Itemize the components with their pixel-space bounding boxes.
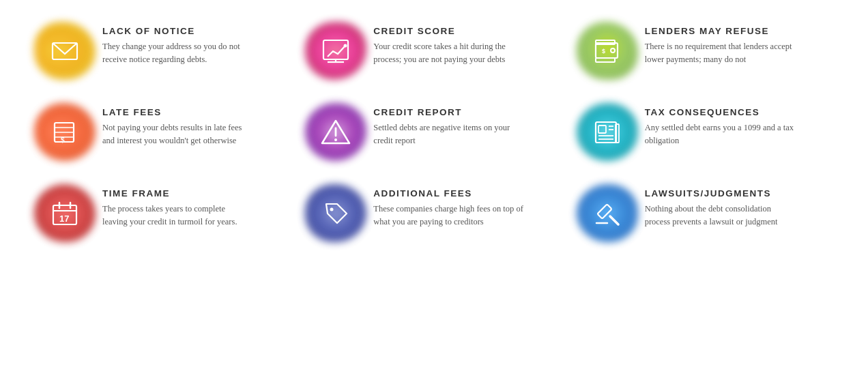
svg-line-32 xyxy=(610,216,618,224)
credit-score-icon xyxy=(321,36,351,66)
item-late-fees: $ LATE FEES Not paying your debts result… xyxy=(27,95,298,169)
tax-consequences-icon xyxy=(592,117,622,147)
item-lack-of-notice: LACK OF NOTICE They change your address … xyxy=(27,14,298,88)
item-lenders-may-refuse: $ LENDERS MAY REFUSE There is no require… xyxy=(570,14,841,88)
lack-of-notice-text: LACK OF NOTICE They change your address … xyxy=(102,22,252,67)
lack-of-notice-desc: They change your address so you do not r… xyxy=(102,40,252,67)
late-fees-title: LATE FEES xyxy=(102,107,252,117)
additional-fees-title: ADDITIONAL FEES xyxy=(373,188,523,199)
svg-rect-24 xyxy=(616,124,619,143)
tax-consequences-text: TAX CONSEQUENCES Any settled debt earns … xyxy=(645,103,795,148)
lawsuits-judgments-text: LAWSUITS/JUDGMENTS Nothing about the deb… xyxy=(645,184,795,229)
time-frame-text: TIME FRAME The process takes years to co… xyxy=(102,184,252,229)
lenders-may-refuse-title: LENDERS MAY REFUSE xyxy=(645,26,795,36)
time-frame-title: TIME FRAME xyxy=(102,188,252,199)
svg-rect-19 xyxy=(598,126,606,133)
lawsuits-judgments-icon xyxy=(592,199,622,229)
lenders-may-refuse-icon-wrap: $ xyxy=(577,22,638,80)
item-tax-consequences: TAX CONSEQUENCES Any settled debt earns … xyxy=(570,95,841,169)
credit-score-text: CREDIT SCORE Your credit score takes a h… xyxy=(373,22,523,67)
lenders-may-refuse-icon: $ xyxy=(592,36,622,66)
item-lawsuits-judgments: LAWSUITS/JUDGMENTS Nothing about the deb… xyxy=(570,176,841,250)
credit-score-desc: Your credit score takes a hit during the… xyxy=(373,40,523,67)
main-grid: LACK OF NOTICE They change your address … xyxy=(0,0,868,264)
tax-consequences-desc: Any settled debt earns you a 1099 and a … xyxy=(645,121,795,148)
lawsuits-judgments-desc: Nothing about the debt consolidation pro… xyxy=(645,203,795,229)
credit-score-icon-wrap xyxy=(305,22,366,80)
credit-score-title: CREDIT SCORE xyxy=(373,26,523,36)
lenders-may-refuse-desc: There is no requirement that lenders acc… xyxy=(645,40,795,67)
additional-fees-icon xyxy=(321,199,351,229)
late-fees-desc: Not paying your debts results in late fe… xyxy=(102,121,252,148)
svg-text:17: 17 xyxy=(59,214,69,224)
svg-text:$: $ xyxy=(602,48,605,55)
additional-fees-text: ADDITIONAL FEES These companies charge h… xyxy=(373,184,523,229)
lenders-may-refuse-text: LENDERS MAY REFUSE There is no requireme… xyxy=(645,22,795,67)
lack-of-notice-title: LACK OF NOTICE xyxy=(102,26,252,36)
credit-report-title: CREDIT REPORT xyxy=(373,107,523,117)
svg-point-30 xyxy=(330,207,334,211)
additional-fees-desc: These companies charge high fees on top … xyxy=(373,203,523,229)
lawsuits-judgments-icon-wrap xyxy=(577,184,638,242)
credit-report-desc: Settled debts are negative items on your… xyxy=(373,121,523,148)
svg-point-17 xyxy=(334,138,337,141)
tax-consequences-icon-wrap xyxy=(577,103,638,161)
lack-of-notice-icon-wrap xyxy=(34,22,96,80)
additional-fees-icon-wrap xyxy=(305,184,366,242)
item-credit-score: CREDIT SCORE Your credit score takes a h… xyxy=(298,14,569,88)
svg-point-8 xyxy=(611,48,615,53)
svg-rect-1 xyxy=(323,40,348,59)
credit-report-icon xyxy=(321,117,351,147)
svg-rect-7 xyxy=(596,58,615,62)
item-additional-fees: ADDITIONAL FEES These companies charge h… xyxy=(298,176,569,250)
time-frame-icon: 17 xyxy=(50,199,80,229)
item-time-frame: 17 TIME FRAME The process takes years to… xyxy=(27,176,298,250)
svg-text:$: $ xyxy=(61,136,65,144)
late-fees-icon: $ xyxy=(50,117,80,147)
time-frame-desc: The process takes years to complete leav… xyxy=(102,203,252,229)
credit-report-text: CREDIT REPORT Settled debts are negative… xyxy=(373,103,523,148)
late-fees-text: LATE FEES Not paying your debts results … xyxy=(102,103,252,148)
svg-point-2 xyxy=(344,44,347,47)
tax-consequences-title: TAX CONSEQUENCES xyxy=(645,107,795,117)
lawsuits-judgments-title: LAWSUITS/JUDGMENTS xyxy=(645,188,795,199)
lack-of-notice-icon xyxy=(50,36,80,66)
time-frame-icon-wrap: 17 xyxy=(34,184,96,242)
late-fees-icon-wrap: $ xyxy=(34,103,96,161)
item-credit-report: CREDIT REPORT Settled debts are negative… xyxy=(298,95,569,169)
credit-report-icon-wrap xyxy=(305,103,366,161)
